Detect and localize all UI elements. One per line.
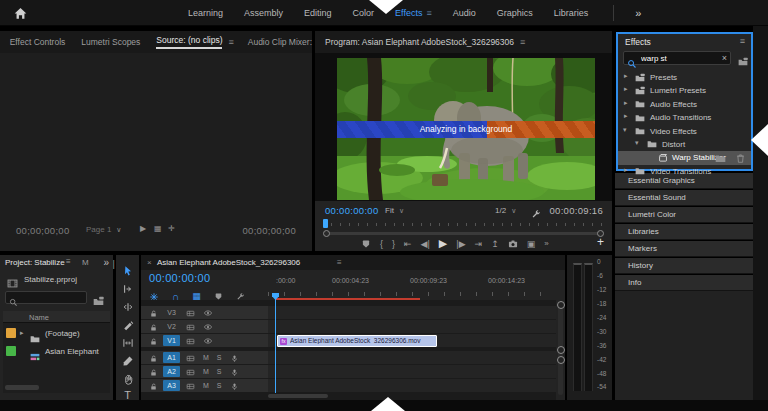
panel-info[interactable]: Info (615, 275, 753, 291)
tree-item-lumetri-presets[interactable]: ▸Lumetri Presets (618, 84, 751, 97)
tree-item-presets[interactable]: ▸Presets (618, 71, 751, 84)
track-select-forward-tool[interactable] (116, 279, 139, 295)
timeline-position-timecode[interactable]: 00:00:00:00 (149, 272, 210, 284)
scrollbar-knob[interactable] (557, 301, 565, 309)
type-tool[interactable]: T (116, 385, 139, 401)
tab-media-browser-partial[interactable]: M (82, 258, 90, 267)
solo-button[interactable]: S (217, 354, 222, 361)
tab-sequence[interactable]: Asian Elephant AdobeStock_326296306 (157, 258, 300, 267)
tree-item-video-effects[interactable]: ▾Video Effects (618, 125, 751, 138)
track-target-v2[interactable]: V2 (163, 321, 180, 332)
button-editor-button[interactable]: + (597, 235, 604, 249)
play-button[interactable]: ▶ (439, 237, 447, 250)
selection-tool[interactable] (116, 261, 139, 277)
step-back-button[interactable]: ◀| (421, 239, 430, 249)
add-marker-button[interactable] (361, 238, 371, 249)
new-custom-bin-icon[interactable] (738, 52, 748, 70)
tab-program[interactable]: Program: Asian Elephant AdobeStock_32629… (325, 37, 514, 47)
search-bin-icon[interactable] (93, 292, 104, 310)
tree-item-audio-effects[interactable]: ▸Audio Effects (618, 98, 751, 111)
horizontal-scrollbar[interactable] (5, 385, 39, 390)
track-target-a2[interactable]: A2 (163, 366, 180, 377)
sync-lock-icon[interactable] (186, 332, 195, 350)
scrollbar-knob[interactable] (557, 356, 565, 364)
panel-menu-icon[interactable]: ≡ (337, 258, 342, 267)
workspace-tab-libraries[interactable]: Libraries (554, 8, 589, 18)
workspace-tab-learning[interactable]: Learning (188, 8, 223, 18)
compare-icon[interactable]: ✛ (168, 224, 175, 233)
program-playhead[interactable] (323, 219, 328, 228)
tab-overflow-button[interactable]: » (103, 257, 109, 268)
program-mini-timeline[interactable] (323, 221, 604, 229)
track-target-a3[interactable]: A3 (163, 380, 180, 391)
panel-history[interactable]: History (615, 258, 753, 274)
tree-item-audio-transitions[interactable]: ▸Audio Transitions (618, 111, 751, 124)
program-zoom-scrollbar[interactable] (323, 230, 604, 237)
comparison-view-button[interactable]: ▣ (527, 239, 536, 249)
lock-icon[interactable] (149, 377, 158, 395)
track-a3[interactable]: A3MS (141, 379, 556, 392)
step-forward-button[interactable]: |▶ (456, 239, 465, 249)
track-a1[interactable]: A1MS (141, 351, 556, 364)
track-target-a1[interactable]: A1 (163, 352, 180, 363)
tab-effect-controls[interactable]: Effect Controls (10, 37, 66, 47)
go-to-in-button[interactable]: ⇤ (404, 239, 412, 249)
panel-libraries[interactable]: Libraries (615, 224, 753, 240)
playback-resolution-dropdown[interactable]: 1/2∨ (495, 206, 516, 215)
page-selector-dropdown[interactable]: Page 1∨ (86, 225, 121, 234)
workspace-tab-audio[interactable]: Audio (453, 8, 476, 18)
transport-overflow-button[interactable]: » (544, 239, 548, 248)
settings-wrench-icon[interactable] (531, 204, 541, 222)
track-target-v1[interactable]: V1 (163, 335, 180, 346)
tab-project[interactable]: Project: Stabilize (5, 258, 65, 267)
panel-menu-icon[interactable]: ≡ (228, 37, 233, 47)
hand-tool[interactable] (116, 369, 139, 385)
effects-search-input[interactable] (641, 53, 715, 64)
sync-lock-icon[interactable] (186, 377, 195, 395)
scrollbar-knob[interactable] (557, 346, 565, 354)
workspace-tab-editing[interactable]: Editing (304, 8, 332, 18)
home-button[interactable] (7, 4, 33, 22)
go-to-out-button[interactable]: ⇥ (475, 239, 483, 249)
panel-menu-icon[interactable]: ≡ (740, 36, 745, 46)
project-row-footage[interactable]: ▸ (Footage) (3, 325, 110, 341)
timeline-clip[interactable]: fx Asian Elephant AdobeStock_326296306.m… (277, 335, 437, 347)
lift-button[interactable]: ↥ (491, 239, 499, 249)
list-header[interactable]: Name (3, 311, 110, 323)
settings-grid-icon[interactable]: ▦ (154, 224, 162, 233)
clear-search-icon[interactable]: × (722, 53, 727, 63)
scrollbar-knob-left[interactable] (323, 230, 330, 237)
delete-icon[interactable] (735, 149, 746, 167)
razor-tool[interactable] (116, 315, 139, 331)
timeline-horizontal-scrollbar[interactable] (268, 394, 328, 398)
panel-markers[interactable]: Markers (615, 241, 753, 257)
effects-search-box[interactable]: × (623, 51, 731, 65)
tab-lumetri-scopes[interactable]: Lumetri Scopes (81, 37, 140, 47)
label-color-chip[interactable] (6, 346, 16, 356)
mark-out-button[interactable]: } (392, 239, 395, 249)
mute-button[interactable]: M (203, 368, 209, 375)
tab-effects-panel[interactable]: Effects (625, 37, 651, 47)
panel-lumetri-color[interactable]: Lumetri Color (615, 207, 753, 223)
pen-tool[interactable] (116, 351, 139, 367)
track-target-v3[interactable]: V3 (163, 307, 180, 318)
mute-button[interactable]: M (203, 382, 209, 389)
export-frame-button[interactable] (508, 238, 518, 249)
track-v1[interactable]: V1 fx Asian Elephant AdobeStock_32629630… (141, 334, 556, 347)
mute-button[interactable]: M (203, 354, 209, 361)
toggle-output-eye-icon[interactable] (203, 332, 213, 350)
panel-essential-sound[interactable]: Essential Sound (615, 190, 753, 206)
close-sequence-icon[interactable]: × (147, 258, 152, 267)
tab-source[interactable]: Source: (no clips) (156, 35, 222, 49)
voiceover-mic-icon[interactable] (230, 377, 239, 395)
solo-button[interactable]: S (217, 382, 222, 389)
zoom-level-dropdown[interactable]: Fit∨ (385, 206, 404, 215)
page-forward-icon[interactable]: ▶ (140, 224, 146, 233)
workspace-overflow-button[interactable]: » (635, 7, 641, 19)
project-row-sequence[interactable]: Asian Elephant (3, 343, 110, 359)
lock-icon[interactable] (149, 332, 158, 350)
slip-tool[interactable] (116, 333, 139, 349)
tab-audio-clip-mixer[interactable]: Audio Clip Mixer: (248, 37, 312, 47)
project-search-box[interactable] (5, 291, 87, 304)
workspace-menu-icon[interactable]: ≡ (426, 8, 431, 18)
